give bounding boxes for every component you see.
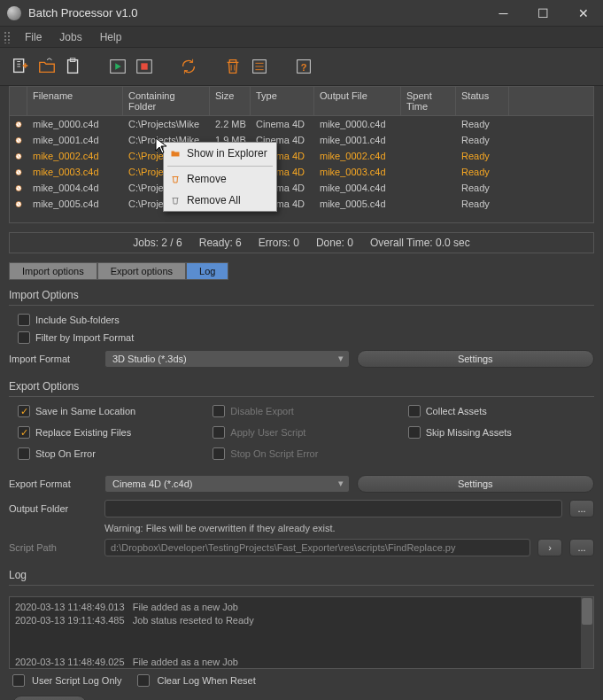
import-title: Import Options <box>9 285 594 306</box>
overwrite-warning: Warning: Files will be overwritten if th… <box>104 521 594 535</box>
output-folder-label: Output Folder <box>9 503 97 514</box>
col-output[interactable]: Output File <box>314 87 401 115</box>
collect-assets-label: Collect Assets <box>426 406 487 416</box>
refresh-button[interactable] <box>177 55 200 78</box>
col-folder[interactable]: Containing Folder <box>123 87 210 115</box>
apply-script-check[interactable] <box>213 426 225 439</box>
clear-log-label: Clear Log When Reset <box>157 675 255 686</box>
play-button[interactable] <box>106 55 129 78</box>
log-line <box>15 642 588 655</box>
collect-assets-check[interactable] <box>408 405 421 417</box>
import-format-dropdown[interactable]: 3D Studio (*.3ds) <box>104 350 350 368</box>
save-same-check[interactable] <box>18 405 30 417</box>
help-button[interactable]: ? <box>292 55 315 78</box>
add-file-button[interactable] <box>9 55 32 78</box>
include-subfolders-check[interactable] <box>18 314 30 326</box>
paste-button[interactable] <box>62 55 85 78</box>
table-row[interactable]: mike_0004.c4dC:\Projects\Mike1.9 MBCinem… <box>10 180 593 196</box>
skip-missing-check[interactable] <box>408 426 421 439</box>
close-button[interactable]: ✕ <box>563 0 603 27</box>
minimize-button[interactable]: ─ <box>483 0 523 27</box>
file-icon <box>10 198 27 211</box>
app-icon <box>7 6 21 20</box>
export-title: Export Options <box>9 377 594 397</box>
cell-spent <box>401 187 456 189</box>
skip-missing-label: Skip Missing Assets <box>426 427 512 438</box>
export-format-dropdown[interactable]: Cinema 4D (*.c4d) <box>104 475 350 493</box>
file-icon <box>10 134 27 147</box>
cell-output: mike_0003.c4d <box>314 166 401 178</box>
script-path-input[interactable]: d:\Dropbox\Developer\TestingProjects\Fas… <box>104 539 530 556</box>
list-button[interactable] <box>248 55 271 78</box>
apply-script-label: Apply User Script <box>230 427 305 438</box>
tab-import[interactable]: Import options <box>9 262 97 280</box>
menu-jobs[interactable]: Jobs <box>50 28 90 46</box>
table-row[interactable]: mike_0000.c4dC:\Projects\Mike2.2 MBCinem… <box>10 116 593 132</box>
script-browse-button[interactable]: ... <box>569 539 594 556</box>
stop-button[interactable] <box>133 55 156 78</box>
ctx-remove[interactable]: Remove <box>164 168 276 190</box>
cell-spent <box>401 139 456 141</box>
col-type[interactable]: Type <box>251 87 314 115</box>
status-errors: Errors: 0 <box>259 237 299 249</box>
window-title: Batch Processor v1.0 <box>28 6 483 19</box>
table-row[interactable]: mike_0003.c4dC:\Projects\Mike1.9 MBCinem… <box>10 164 593 180</box>
export-settings-button[interactable]: Settings <box>357 475 595 493</box>
ctx-remove-all[interactable]: Remove All <box>164 190 276 211</box>
filter-format-label: Filter by Import Format <box>35 332 134 343</box>
maximize-button[interactable]: ☐ <box>523 0 563 27</box>
replace-files-label: Replace Existing Files <box>35 427 131 438</box>
titlebar: Batch Processor v1.0 ─ ☐ ✕ <box>0 0 603 27</box>
log-line: 2020-03-13 11:48:49.013 File added as a … <box>15 601 588 614</box>
import-options: Import Options Include Sub-folders Filte… <box>9 280 594 377</box>
col-size[interactable]: Size <box>210 87 251 115</box>
ctx-show-in-explorer[interactable]: Show in Explorer <box>164 143 276 164</box>
trash-icon <box>169 173 182 185</box>
toolbar: ? <box>0 48 603 86</box>
disable-export-label: Disable Export <box>230 406 294 416</box>
menu-file[interactable]: File <box>16 28 50 46</box>
export-format-label: Export Format <box>9 478 97 489</box>
stop-error-check[interactable] <box>18 447 30 460</box>
menu-help[interactable]: Help <box>91 28 131 46</box>
col-filename[interactable]: Filename <box>27 87 123 115</box>
table-row[interactable]: mike_0001.c4dC:\Projects\Mike1.9 MBCinem… <box>10 132 593 148</box>
log-title: Log <box>9 565 594 586</box>
output-folder-input[interactable] <box>104 500 562 517</box>
table-row[interactable]: mike_0002.c4dC:\Projects\Mike1.9 MBCinem… <box>10 148 593 164</box>
include-subfolders-label: Include Sub-folders <box>35 315 120 325</box>
filter-format-check[interactable] <box>18 331 30 344</box>
clear-log-check[interactable] <box>137 674 150 687</box>
disable-export-check[interactable] <box>213 405 225 417</box>
import-settings-button[interactable]: Settings <box>357 350 595 368</box>
table-row[interactable]: mike_0005.c4dC:\Projects\Mike1.9 MBCinem… <box>10 196 593 212</box>
cell-status: Ready <box>456 134 509 146</box>
status-jobs: Jobs: 2 / 6 <box>133 237 182 249</box>
option-tabs: Import options Export options Log <box>9 262 594 280</box>
log-textarea[interactable]: 2020-03-13 11:48:49.013 File added as a … <box>9 596 594 669</box>
user-script-log-check[interactable] <box>12 674 25 687</box>
output-browse-button[interactable]: ... <box>569 500 594 517</box>
save-to-file-button[interactable]: Save to file <box>12 696 87 700</box>
script-run-button[interactable]: › <box>537 539 562 556</box>
cell-size: 2.2 MB <box>210 118 251 130</box>
cell-output: mike_0001.c4d <box>314 134 401 146</box>
cell-output: mike_0000.c4d <box>314 118 401 130</box>
cell-filename: mike_0004.c4d <box>27 182 123 194</box>
tab-export[interactable]: Export options <box>97 262 186 280</box>
delete-button[interactable] <box>221 55 244 78</box>
cell-folder: C:\Projects\Mike <box>123 118 210 130</box>
log-scrollbar[interactable] <box>581 597 593 668</box>
stop-script-check[interactable] <box>213 447 225 460</box>
script-path-label: Script Path <box>9 542 97 553</box>
cell-status: Ready <box>456 198 509 210</box>
jobs-table: Filename Containing Folder Size Type Out… <box>9 86 594 223</box>
table-body: mike_0000.c4dC:\Projects\Mike2.2 MBCinem… <box>10 116 593 222</box>
save-same-label: Save in Same Location <box>35 406 135 416</box>
col-spent[interactable]: Spent Time <box>401 87 456 115</box>
tab-log[interactable]: Log <box>186 262 228 280</box>
open-folder-button[interactable] <box>35 55 58 78</box>
col-status[interactable]: Status <box>456 87 509 115</box>
replace-files-check[interactable] <box>18 426 30 439</box>
trash-all-icon <box>169 194 182 206</box>
